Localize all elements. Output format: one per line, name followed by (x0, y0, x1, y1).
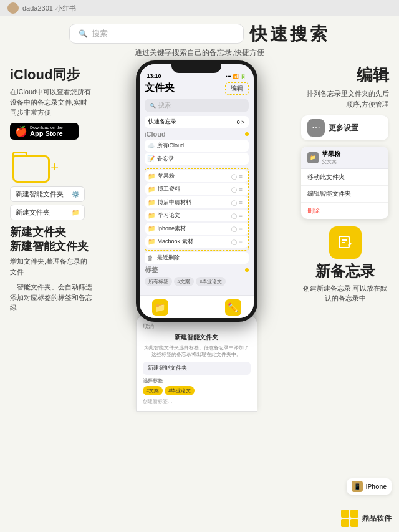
tags-section-title: 标签 (145, 265, 158, 274)
menu-icon: ≡ (239, 186, 246, 193)
folder-row-study[interactable]: 📁 学习论文 ⓘ ≡ (145, 210, 248, 221)
search-bar[interactable]: 🔍 搜索 (69, 24, 244, 44)
menu-icon: ≡ (239, 213, 246, 219)
folder-icon-sm: 📁 (148, 199, 155, 206)
context-folder-name: 苹果粉 (322, 150, 340, 158)
context-item-move[interactable]: 移动此文件夹 (301, 169, 388, 186)
icloud-row-all[interactable]: ☁️ 所有iCloud (145, 140, 249, 152)
info-icon: ⓘ (231, 186, 238, 193)
folder-row-phd[interactable]: 📁 博工资料 ⓘ ≡ (145, 183, 248, 195)
cloud-icon: ☁️ (147, 142, 155, 150)
folder-row-mac[interactable]: 📁 Macbook 素材 ⓘ ≡ (145, 236, 248, 248)
left-column: iCloud同步 在iCloud中可以查看您所有设备中的备忘录文件,实时同步非常… (6, 60, 97, 412)
phone-screen: 13:10 ▪▪▪ 📶 🔋 文件夹 编辑 🔍 (140, 64, 254, 318)
quick-notes-label: 快速备忘录 (148, 118, 176, 126)
phone-folder-title: 文件夹 (145, 82, 175, 95)
modal-tag-thesis[interactable]: #毕业论文 (165, 386, 195, 395)
info-icon: ⓘ (231, 213, 238, 219)
modal-cancel-btn[interactable]: 取消 (143, 322, 251, 331)
avatar (7, 2, 19, 14)
tag-thesis[interactable]: #毕业论文 (196, 277, 226, 286)
more-settings-icon: ⋯ (307, 119, 325, 137)
appstore-badge[interactable]: 🍎 Download on the App Store (10, 123, 79, 140)
plus-icon: + (50, 160, 59, 174)
phone-search[interactable]: 🔍 搜索 (145, 99, 249, 112)
modal-create-tag[interactable]: 创建新标签… (143, 398, 251, 405)
time: 13:10 (147, 73, 161, 79)
appstore-label-small: Download on the (30, 125, 63, 130)
context-menu: 📁 苹果粉 父文案 移动此文件夹 编辑智能文件夹 删除 (301, 147, 388, 219)
icloud-desc: 在iCloud中可以查看您所有设备中的备忘录文件,实时同步非常方便 (10, 87, 93, 118)
wifi-icon: 📶 (233, 74, 239, 79)
menu-icon: ≡ (239, 239, 246, 245)
folder-icon: 📁 (72, 209, 79, 216)
right-column: 编辑 排列备忘录里文件夹的先后顺序,方便管理 ⋯ 更多设置 📁 苹果粉 父文案 … (296, 60, 393, 412)
phone-new-note-icon[interactable]: ✏️ (225, 299, 241, 316)
status-icons: ▪▪▪ 📶 🔋 (226, 74, 246, 79)
folder-icon-sm: 📁 (148, 186, 155, 193)
context-item-edit[interactable]: 编辑智能文件夹 (301, 186, 388, 203)
iphone-badge-text: iPhone (366, 483, 387, 490)
folder-row-apple[interactable]: 📁 苹果粉 ⓘ ≡ (145, 170, 248, 182)
signal-icon: ▪▪▪ (226, 74, 231, 79)
phone-edit-button[interactable]: 编辑 (225, 82, 249, 95)
new-folder-btn[interactable]: 新建文件夹 📁 (10, 205, 85, 220)
tag-all[interactable]: 所有标签 (145, 277, 172, 286)
modal-input[interactable]: 新建智能文件夹 (143, 362, 251, 375)
folder-icon-sm: 📁 (148, 212, 155, 220)
tag-copy[interactable]: #文案 (174, 277, 194, 286)
new-folder-sub: 增加文件夹,整理备忘录的文件 (10, 256, 93, 277)
tags-section: 标签 所有标签 #文案 #毕业论文 (145, 265, 249, 286)
quick-notes-row[interactable]: 快速备忘录 0 > (145, 116, 249, 128)
folder-icon-sm: 📁 (148, 173, 155, 180)
folder-row-postdoc[interactable]: 📁 博后申请材料 ⓘ ≡ (145, 196, 248, 208)
icloud-row-notes[interactable]: 📝 备忘录 (145, 153, 249, 165)
context-menu-header: 📁 苹果粉 父文案 (301, 147, 388, 169)
menu-icon: ≡ (239, 173, 246, 180)
tags-row: 所有标签 #文案 #毕业论文 (145, 277, 249, 286)
phone-folder-bottom-icon[interactable]: 📁 (152, 299, 168, 316)
search-icon: 🔍 (79, 29, 88, 38)
gear-icon: ⚙️ (72, 191, 79, 198)
folder-icon-big: + (12, 148, 56, 183)
folder-row-trash[interactable]: 🗑 最近删除 (145, 252, 249, 264)
notes-icon: 📝 (147, 155, 155, 163)
main-layout: iCloud同步 在iCloud中可以查看您所有设备中的备忘录文件,实时同步非常… (0, 60, 399, 412)
context-item-delete[interactable]: 删除 (301, 203, 388, 219)
new-note-desc: 创建新建备忘录,可以放在默认的备忘录中 (301, 283, 389, 304)
smart-folder-modal: 取消 新建智能文件夹 为此智能文件夹选择标签。任意备忘录中添加了这些标签的备忘录… (136, 316, 257, 412)
quick-search-title: 快速搜索 (250, 22, 330, 46)
new-folder-title: 新建文件夹新建智能文件夹 (10, 225, 93, 254)
phone-header: 文件夹 编辑 (145, 82, 249, 95)
info-icon: ⓘ (231, 200, 238, 206)
info-icon: ⓘ (231, 173, 238, 180)
edit-desc: 排列备忘录里文件夹的先后顺序,方便管理 (301, 89, 389, 109)
icloud-section-title: iCloud (145, 130, 166, 138)
info-icon: ⓘ (231, 226, 238, 232)
modal-selected-tags: #文案 #毕业论文 (143, 386, 251, 395)
phone-bottom-bar: 📁 ✏️ (140, 295, 254, 318)
more-settings-box[interactable]: ⋯ 更多设置 (301, 115, 388, 140)
menu-icon: ≡ (239, 226, 246, 232)
icloud-section: iCloud ☁️ 所有iCloud 📝 备忘录 (145, 130, 249, 165)
context-folder-icon: 📁 (307, 152, 319, 163)
context-folder-sub: 父文案 (322, 158, 340, 165)
phone-outer: 13:10 ▪▪▪ 📶 🔋 文件夹 编辑 🔍 (136, 60, 257, 322)
new-note-title: 新备忘录 (301, 263, 389, 281)
appstore-label: App Store (30, 130, 63, 137)
battery-icon: 🔋 (240, 74, 246, 79)
top-bar: dada2301-小红书 (0, 0, 399, 16)
username: dada2301-小红书 (22, 4, 76, 13)
edit-title: 编辑 (301, 64, 389, 86)
folder-row-iphone[interactable]: 📁 Iphone素材 ⓘ ≡ (145, 223, 248, 235)
menu-icon: ≡ (239, 200, 246, 206)
apple-icon: 🍎 (15, 125, 27, 137)
trash-icon: 🗑 (147, 254, 155, 262)
modal-tag-copy[interactable]: #文案 (143, 386, 163, 395)
modal-subtitle: 为此智能文件夹选择标签。任意备忘录中添加了这些标签的备忘录将出现在此文件夹中。 (143, 344, 251, 358)
phone-content: 文件夹 编辑 🔍 搜索 快速备忘录 0 > (140, 82, 254, 295)
folders-section: 📁 苹果粉 ⓘ ≡ 📁 博工资料 (145, 168, 249, 264)
logo-text: 鼎品软件 (362, 513, 392, 524)
new-folder-buttons: 新建智能文件夹 ⚙️ 新建文件夹 📁 (10, 186, 93, 220)
smart-folder-btn[interactable]: 新建智能文件夹 ⚙️ (10, 186, 85, 202)
